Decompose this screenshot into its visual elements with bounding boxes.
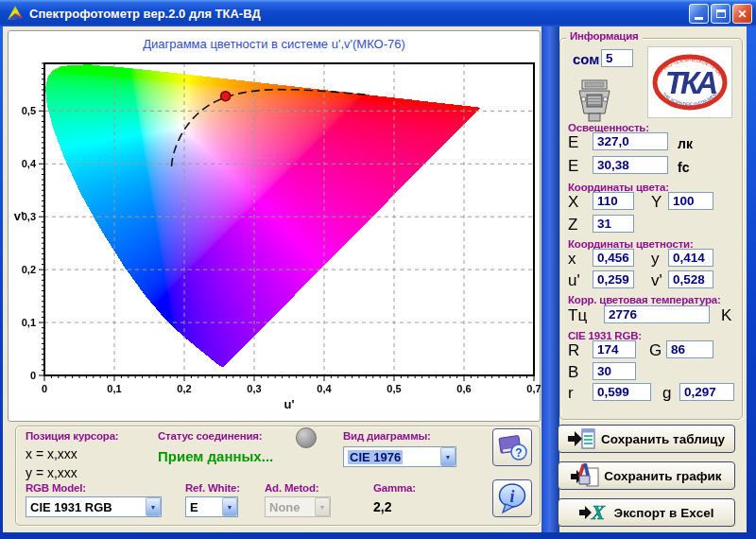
small-y-sym: y [651, 250, 660, 269]
com-port-label: сом [573, 51, 599, 67]
cursor-y-value: y = x,xxx [26, 465, 77, 480]
rgb-g-input[interactable] [666, 340, 713, 358]
window-content: Диаграмма цветности в системе u',v'(МКО-… [3, 26, 747, 532]
vertical-divider [541, 26, 559, 532]
illuminance-e-lux-sym: E [568, 133, 578, 152]
save-table-icon [568, 427, 596, 450]
chevron-down-icon[interactable]: ▼ [222, 497, 237, 516]
rgb-r-input[interactable] [593, 340, 636, 358]
x-sym: X [568, 193, 578, 212]
diagram-type-combobox[interactable]: CIE 1976 ▼ [343, 446, 456, 467]
app-window: Спектрофотометр вер.2.0 для ТКА-ВД ✕ Диа… [0, 0, 756, 539]
ref-white-value: E [190, 500, 198, 514]
save-graph-label: Сохранить график [604, 469, 721, 483]
v-prime-sym: v' [651, 271, 662, 290]
rgb-small-r-input[interactable] [593, 383, 651, 401]
svg-text:i: i [509, 487, 514, 506]
cursor-x-value: x = x,xxx [26, 446, 77, 461]
status-indicator-circle [296, 427, 317, 448]
u-prime-sym: u' [568, 271, 580, 290]
svg-text:X: X [591, 502, 606, 523]
save-graph-icon [571, 463, 599, 488]
svg-text:?: ? [515, 446, 522, 460]
small-x-sym: x [568, 250, 576, 269]
tka-logo-text: ТКА [665, 65, 716, 100]
chevron-down-icon: ▼ [315, 497, 330, 516]
information-panel: Информация сом [559, 38, 743, 420]
chevron-down-icon[interactable]: ▼ [146, 497, 161, 516]
small-g-sym: g [662, 384, 671, 403]
window-title: Спектрофотометр вер.2.0 для ТКА-ВД [29, 7, 261, 21]
cct-input[interactable] [604, 305, 710, 323]
x-tristimulus-input[interactable] [593, 192, 634, 210]
info-bubble-icon: i [495, 482, 529, 514]
b-sym: B [568, 363, 578, 382]
z-tristimulus-input[interactable] [593, 215, 634, 233]
ad-metod-combobox: None ▼ [265, 496, 331, 517]
save-table-label: Сохранить таблицу [601, 432, 725, 446]
z-sym: Z [568, 216, 577, 235]
kelvin-unit: K [721, 306, 731, 325]
close-icon: ✕ [737, 9, 747, 20]
export-excel-icon: X [579, 502, 610, 523]
rgb-model-value: CIE 1931 RGB [30, 500, 112, 514]
y-tristimulus-input[interactable] [668, 192, 713, 210]
information-panel-title: Информация [566, 30, 643, 42]
chromaticity-diagram-canvas[interactable] [44, 63, 534, 375]
gamma-label: Gamma: [373, 482, 416, 494]
rgb-small-g-input[interactable] [679, 383, 734, 401]
com-port-input[interactable] [601, 49, 633, 67]
rgb-model-combobox[interactable]: CIE 1931 RGB ▼ [26, 496, 162, 517]
rgb-b-input[interactable] [593, 362, 636, 380]
export-excel-label: Экспорт в Excel [614, 506, 714, 520]
illuminance-lux-input[interactable] [593, 132, 668, 150]
connection-status-label: Статус соединения: [158, 430, 262, 442]
save-table-button[interactable]: Сохранить таблицу [558, 425, 735, 453]
cct-sym: Тц [568, 306, 587, 325]
status-text: Прием данных... [158, 448, 273, 464]
serial-port-icon [576, 78, 613, 124]
close-button[interactable]: ✕ [732, 4, 752, 24]
title-bar: Спектрофотометр вер.2.0 для ТКА-ВД ✕ [0, 0, 756, 26]
cct-label: Корр. цветовая температура: [568, 294, 721, 305]
lux-unit: лк [678, 136, 693, 151]
maximize-button[interactable] [711, 4, 730, 24]
ad-metod-value: None [269, 500, 301, 514]
rgb-model-label: RGB Model: [26, 482, 86, 494]
ref-white-label: Ref. White: [185, 482, 240, 494]
info-button[interactable]: i [492, 479, 532, 517]
book-help-icon: ? [496, 432, 528, 462]
r-sym: R [568, 341, 579, 360]
diagram-type-label: Вид диаграммы: [343, 430, 431, 442]
cursor-position-label: Позиция курсора: [26, 430, 118, 442]
diagram-type-value: CIE 1976 [348, 450, 403, 464]
maximize-icon [716, 9, 726, 18]
illuminance-fc-input[interactable] [593, 156, 668, 174]
gamma-value: 2,2 [373, 499, 391, 514]
controls-panel: Позиция курсора: x = x,xxx y = x,xxx Ста… [15, 426, 541, 526]
export-excel-button[interactable]: X Экспорт в Excel [558, 498, 735, 527]
fc-unit: fc [678, 160, 689, 175]
chevron-down-icon[interactable]: ▼ [440, 447, 455, 466]
chroma-y-input[interactable] [668, 249, 713, 267]
chart-title: Диаграмма цветности в системе u',v'(МКО-… [9, 37, 540, 51]
chroma-v-input[interactable] [668, 270, 713, 288]
ref-white-combobox[interactable]: E ▼ [185, 496, 238, 517]
chroma-x-input[interactable] [593, 249, 634, 267]
minimize-button[interactable] [689, 4, 709, 24]
minimize-icon [695, 17, 703, 20]
y-sym: Y [651, 193, 662, 212]
ad-metod-label: Ad. Metod: [265, 482, 318, 494]
small-r-sym: r [568, 384, 574, 403]
tka-logo: ТКА НАУЧНО-ТЕХНИЧЕСКОЕ ПРЕДПРИЯТИЕ THE S… [647, 46, 732, 118]
chroma-u-input[interactable] [593, 270, 634, 288]
g-sym: G [649, 341, 662, 360]
illuminance-e-fc-sym: E [568, 157, 578, 176]
help-button[interactable]: ? [492, 428, 532, 466]
save-graph-button[interactable]: Сохранить график [558, 461, 735, 490]
color-triangle-icon [7, 5, 24, 22]
